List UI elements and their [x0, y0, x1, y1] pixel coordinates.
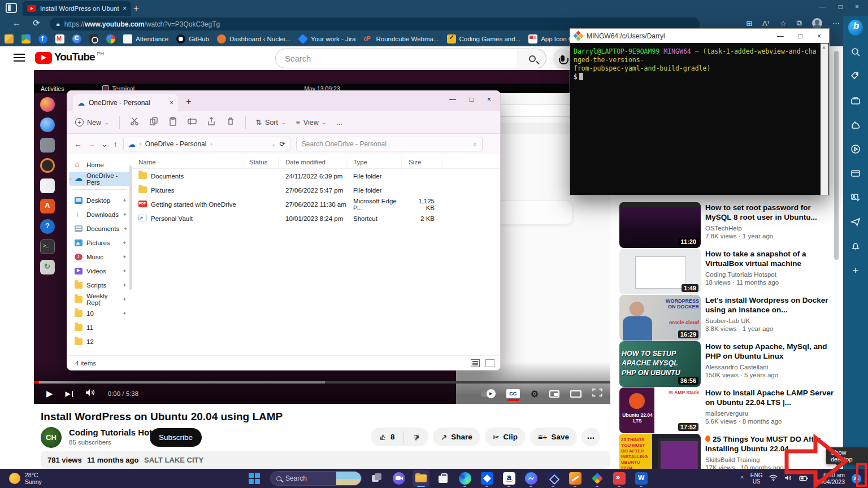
bookmark-item[interactable]: Your work - Jira — [298, 34, 355, 43]
nav-item-weekly-rep-[interactable]: Weekly Rep( ✦ — [69, 292, 130, 306]
view-button[interactable]: ≡View⌄ — [296, 119, 327, 127]
weather-widget[interactable]: 28°CSunny — [9, 472, 42, 485]
taskbar-sourcetree-icon[interactable] — [589, 470, 606, 487]
nav-item-pictures[interactable]: Pictures ✦ — [69, 236, 130, 250]
window-close-button[interactable]: × — [855, 3, 859, 11]
terminal-titlebar[interactable]: MINGW64:/c/Users/Darryl — □ × — [570, 29, 829, 43]
designer-icon[interactable] — [848, 142, 863, 156]
file-row[interactable]: Pictures 27/06/2022 5:47 pm File folder — [132, 183, 500, 197]
new-button[interactable]: +New⌄ — [75, 118, 109, 127]
suggested-video[interactable]: 16:29WORDPRESS ON DOCKERoracle cloud Let… — [619, 295, 836, 341]
taskbar-store-icon[interactable] — [435, 470, 452, 487]
drive-favicon[interactable] — [21, 34, 31, 43]
suggested-video-channel[interactable]: Coding Tutorials Hotspot — [705, 271, 836, 278]
read-aloud-icon[interactable]: A¹ — [762, 19, 770, 28]
subscribe-button[interactable]: Subscribe — [150, 428, 202, 447]
nav-item-home[interactable]: Home — [69, 158, 130, 172]
terminal-minimize-button[interactable]: — — [777, 32, 784, 40]
column-header[interactable]: Date modified — [279, 158, 346, 167]
youtube-logo[interactable]: YouTube PH — [35, 51, 104, 64]
rename-icon[interactable] — [188, 117, 197, 128]
suggested-video-title[interactable]: How to set root password for MySQL 8 roo… — [705, 203, 836, 222]
discover-search-icon[interactable] — [848, 45, 863, 59]
explorer-new-tab-button[interactable]: + — [186, 97, 191, 107]
video-thumbnail[interactable]: 17:52#LAMP StackUbuntu 22.04 LTS — [619, 387, 701, 433]
like-dislike-pill[interactable]: 👍︎ 8 👎︎ — [371, 428, 428, 446]
menu-icon[interactable] — [14, 54, 25, 62]
volume-icon[interactable] — [85, 389, 96, 399]
wifi-icon[interactable] — [769, 473, 778, 483]
browser-tab[interactable]: Install WordPress on Ubuntu 20. × — [23, 1, 131, 16]
nav-item-music[interactable]: Music ✦ — [69, 250, 130, 264]
settings-gear-icon[interactable]: ⚙ — [531, 389, 539, 399]
breadcrumb-dropdown-icon[interactable]: ⌄ — [271, 141, 276, 147]
tools-icon[interactable] — [848, 93, 863, 108]
theater-mode-button[interactable] — [570, 390, 581, 398]
play-button[interactable]: ▶ — [46, 389, 53, 399]
battery-icon[interactable] — [799, 473, 808, 483]
column-header[interactable]: Size — [402, 158, 442, 167]
taskbar-amazon-icon[interactable]: a — [501, 470, 518, 487]
breadcrumb[interactable]: ☁ › OneDrive - Personal › ⌄ ⟳ — [123, 137, 290, 151]
explorer-recent-icon[interactable]: ⌄ — [101, 140, 108, 149]
column-header[interactable]: Status — [242, 158, 279, 167]
video-thumbnail[interactable]: 1:49 — [619, 249, 701, 294]
suggested-video-title[interactable]: How to Install Apache LAMP Server on Ubu… — [705, 388, 836, 407]
dislike-icon[interactable]: 👎︎ — [413, 433, 420, 442]
collections-icon[interactable]: ⧉ — [797, 19, 802, 28]
nav-item-documents[interactable]: Documents ✦ — [69, 221, 130, 236]
bookmark-item[interactable]: Roundcube Webma... — [363, 34, 439, 43]
paste-icon[interactable] — [168, 117, 177, 128]
gmail-favicon[interactable] — [55, 34, 64, 43]
column-header[interactable]: Type — [346, 158, 402, 167]
split-screen-icon[interactable]: ⊞ — [746, 19, 752, 28]
settings-more-icon[interactable]: ⋯ — [832, 19, 840, 28]
search-button[interactable] — [518, 49, 546, 68]
column-header[interactable]: Name — [132, 158, 242, 167]
nav-item-videos[interactable]: Videos ✦ — [69, 264, 130, 278]
explorer-titlebar[interactable]: ☁ OneDrive - Personal × + — □ × — [67, 91, 500, 111]
suggested-video-title[interactable]: How to setup Apache, MySql, and PHP on U… — [705, 342, 836, 361]
explorer-tab-close-icon[interactable]: × — [170, 99, 173, 107]
explorer-maximize-button[interactable]: □ — [470, 95, 474, 103]
search-highlight-image[interactable] — [336, 472, 361, 485]
facebook-favicon[interactable] — [38, 34, 47, 43]
new-tab-button[interactable]: + — [133, 3, 139, 14]
explorer-back-icon[interactable]: ← — [74, 140, 82, 149]
taskbar-dropbox-icon[interactable] — [479, 470, 496, 487]
captions-button[interactable]: CC — [506, 389, 520, 398]
file-row[interactable]: Personal Vault 10/01/2023 8:24 pm Shortc… — [132, 211, 500, 225]
terminal-maximize-button[interactable]: □ — [798, 32, 802, 40]
drop-icon[interactable] — [848, 215, 863, 229]
taskbar-virtualbox-icon[interactable] — [545, 470, 562, 487]
favorites-star-icon[interactable]: ☆ — [780, 19, 787, 28]
delete-icon[interactable] — [226, 117, 235, 128]
share-icon[interactable] — [207, 117, 216, 128]
command-more-button[interactable]: ... — [336, 119, 342, 127]
bookmark-item[interactable]: GitHub — [176, 34, 209, 43]
terminal-close-button[interactable]: × — [817, 32, 821, 40]
games-icon[interactable] — [848, 117, 863, 132]
window-maximize-button[interactable]: □ — [839, 3, 843, 11]
save-button[interactable]: ≡+Save — [530, 428, 577, 446]
bookmark-item[interactable]: Attendance — [123, 34, 168, 43]
clip-button[interactable]: ✂Clip — [485, 428, 526, 446]
volume-icon[interactable] — [784, 473, 792, 483]
notification-badge[interactable]: 21 — [852, 474, 861, 483]
start-button[interactable] — [249, 473, 260, 484]
like-icon[interactable]: 👍︎ — [379, 433, 387, 442]
large-icons-view-icon[interactable] — [485, 359, 494, 367]
breadcrumb-root[interactable]: OneDrive - Personal — [145, 140, 207, 148]
suggested-video[interactable]: 11:20 How to set root password for MySQL… — [619, 202, 836, 248]
breadcrumb-refresh-icon[interactable]: ⟳ — [280, 140, 285, 148]
notifications-icon[interactable] — [848, 239, 863, 254]
bookmark-item[interactable]: Coding Games and... — [447, 34, 521, 43]
more-actions-button[interactable]: ... — [581, 428, 600, 446]
refresh-icon[interactable]: ⟳ — [33, 18, 40, 28]
shortcut-favicon[interactable] — [106, 34, 115, 43]
image-creator-icon[interactable] — [848, 190, 863, 205]
wallet-icon[interactable] — [848, 166, 863, 181]
nav-item-10[interactable]: 10 ✦ — [69, 306, 130, 320]
suggested-video-title[interactable]: 25 Things You MUST DO After Installing U… — [705, 434, 836, 454]
explorer-forward-icon[interactable]: → — [88, 140, 96, 149]
